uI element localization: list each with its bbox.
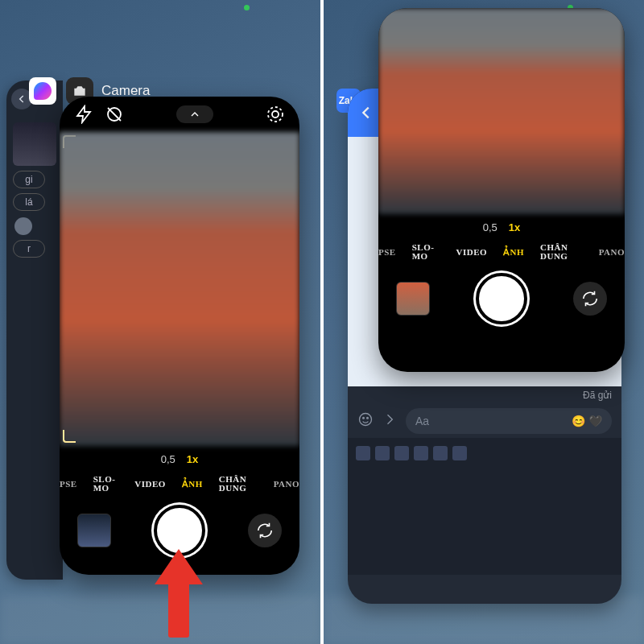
sticker-strip[interactable] [348, 438, 621, 575]
svg-point-4 [272, 111, 279, 118]
camera-viewfinder[interactable] [378, 8, 625, 214]
chevron-right-icon[interactable] [382, 411, 398, 431]
flash-icon[interactable] [74, 105, 93, 124]
live-photo-icon[interactable] [266, 105, 285, 124]
night-mode-icon[interactable] [105, 105, 124, 124]
mode-selector[interactable]: PSE SLO-MO VIDEO ẢNH CHÂN DUNG PANO [378, 240, 625, 264]
chat-chip: r [13, 240, 45, 258]
emoji-icon[interactable] [357, 411, 374, 431]
svg-marker-1 [77, 106, 90, 122]
messenger-app-icon[interactable] [29, 77, 56, 105]
messenger-icon [34, 82, 52, 100]
flip-camera-button[interactable] [573, 282, 607, 316]
mode-timelapse[interactable]: PSE [60, 480, 77, 489]
sent-label: Đã gửi [348, 386, 621, 404]
zoom-selector[interactable]: 0,5 1x [378, 214, 625, 240]
svg-point-6 [360, 414, 372, 426]
svg-point-7 [363, 418, 365, 419]
mode-portrait[interactable]: CHÂN DUNG [540, 243, 583, 261]
mode-selector[interactable]: PSE SLO-MO VIDEO ẢNH CHÂN DUNG PANO [60, 472, 299, 496]
message-input[interactable]: Aa 😊 🖤 [406, 408, 612, 434]
mode-video[interactable]: VIDEO [134, 480, 166, 489]
background-chat-card[interactable]: gi lá r [6, 80, 63, 580]
svg-point-0 [77, 89, 82, 94]
mode-photo[interactable]: ẢNH [503, 248, 524, 257]
flip-camera-button[interactable] [248, 514, 282, 547]
camera-viewfinder[interactable] [60, 132, 299, 446]
zoom-wide[interactable]: 0,5 [161, 453, 175, 465]
camera-indicator-dot [244, 5, 250, 10]
chat-thumbnail [13, 122, 56, 166]
chevron-up-icon[interactable] [176, 105, 213, 123]
last-photo-thumbnail[interactable] [396, 282, 430, 316]
zoom-selector[interactable]: 0,5 1x [60, 446, 299, 472]
zoom-wide[interactable]: 0,5 [483, 221, 497, 233]
mode-pano[interactable]: PANO [599, 248, 625, 257]
viewfinder-corner [63, 430, 76, 443]
svg-point-8 [367, 418, 369, 419]
screenshot-right: Zalo Đã gửi Aa 😊 🖤 0,5 1x PSE S [324, 0, 644, 644]
input-trailing-icons[interactable]: 😊 🖤 [572, 415, 602, 427]
mode-portrait[interactable]: CHÂN DUNG [219, 475, 258, 493]
shutter-button[interactable] [476, 273, 527, 324]
camera-top-bar [60, 97, 299, 132]
mode-video[interactable]: VIDEO [456, 248, 487, 257]
zoom-main[interactable]: 1x [509, 221, 520, 233]
avatar [14, 217, 32, 235]
last-photo-thumbnail[interactable] [77, 514, 111, 547]
camera-app-card[interactable]: 0,5 1x PSE SLO-MO VIDEO ẢNH CHÂN DUNG PA… [60, 97, 299, 575]
svg-point-5 [268, 107, 283, 122]
mode-slomo[interactable]: SLO-MO [93, 475, 119, 493]
zoom-main[interactable]: 1x [187, 453, 198, 465]
mode-slomo[interactable]: SLO-MO [412, 243, 440, 261]
mode-photo[interactable]: ẢNH [182, 480, 203, 489]
chat-chip: gi [13, 171, 45, 188]
chat-chip: lá [13, 193, 45, 211]
screenshot-left: Zalo gi lá r Camera [0, 0, 320, 644]
mode-pano[interactable]: PANO [274, 480, 299, 489]
mode-timelapse[interactable]: PSE [378, 248, 396, 257]
chat-input-row: Aa 😊 🖤 [348, 404, 621, 438]
chevron-left-icon[interactable] [357, 104, 375, 122]
camera-controls [378, 264, 625, 333]
input-placeholder: Aa [415, 415, 429, 427]
panel-divider [320, 0, 324, 644]
annotation-up-arrow-icon [155, 549, 203, 638]
camera-app-card[interactable]: 0,5 1x PSE SLO-MO VIDEO ẢNH CHÂN DUNG PA… [378, 8, 625, 372]
